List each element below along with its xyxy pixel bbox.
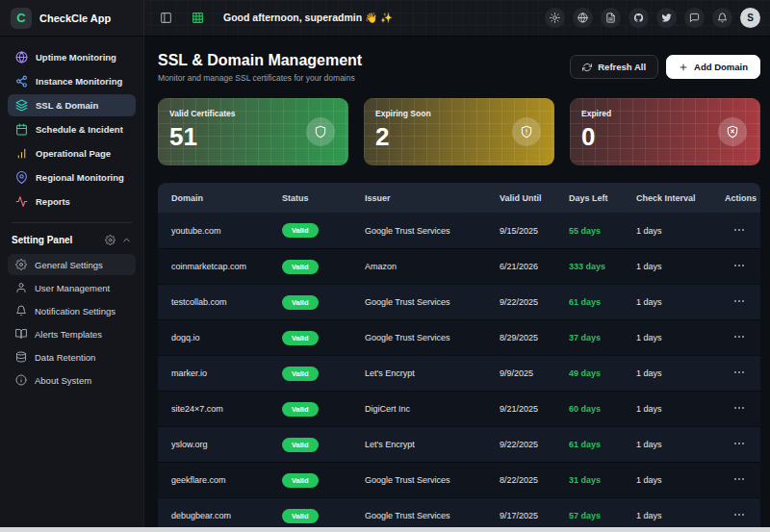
- feedback-button[interactable]: [684, 8, 705, 28]
- actions-cell: [725, 402, 760, 416]
- settings-item-label: User Management: [35, 283, 110, 293]
- message-icon: [689, 13, 700, 23]
- row-actions-button[interactable]: [733, 438, 745, 451]
- check-interval-cell: 1 days: [636, 262, 725, 271]
- check-interval-cell: 1 days: [636, 368, 725, 378]
- language-button[interactable]: [573, 8, 593, 28]
- settings-item-label: General Settings: [35, 260, 103, 270]
- dots-icon: [733, 438, 745, 449]
- stat-card-label: Valid Certificates: [169, 109, 337, 118]
- valid-until-cell: 9/15/2025: [500, 226, 569, 236]
- status-badge: Valid: [282, 367, 319, 381]
- row-actions-button[interactable]: [733, 402, 745, 416]
- valid-until-cell: 8/29/2025: [500, 333, 569, 342]
- shield-icon: [314, 125, 327, 139]
- row-actions-button[interactable]: [733, 224, 745, 238]
- sidebar-item-regional-monitoring[interactable]: Regional Monitoring: [8, 166, 136, 189]
- chevron-up-icon[interactable]: [121, 235, 132, 245]
- domain-cell: coinmarketcap.com: [171, 262, 282, 271]
- days-left-cell: 61 days: [569, 440, 636, 449]
- row-actions-button[interactable]: [733, 367, 745, 380]
- dots-icon: [733, 260, 745, 271]
- app-logo-letter: C: [16, 11, 25, 25]
- issuer-cell: Google Trust Services: [365, 475, 500, 485]
- row-actions-button[interactable]: [733, 473, 745, 487]
- sidebar-item-label: Instance Monitoring: [36, 76, 122, 87]
- bottom-edge-strip: [0, 527, 770, 532]
- issuer-cell: Google Trust Services: [365, 226, 500, 236]
- sidebar-item-schedule-incident[interactable]: Schedule & Incident: [8, 118, 136, 140]
- book-icon: [15, 328, 27, 340]
- check-interval-cell: 1 days: [636, 404, 725, 414]
- user-avatar[interactable]: S: [740, 8, 760, 28]
- github-button[interactable]: [629, 8, 649, 28]
- issuer-cell: DigiCert Inc: [365, 404, 500, 414]
- github-icon: [633, 13, 644, 23]
- days-left-cell: 333 days: [569, 262, 636, 271]
- settings-gear-icon[interactable]: [105, 235, 116, 245]
- row-actions-button[interactable]: [733, 295, 745, 309]
- table-row: yslow.orgValidLet's Encrypt9/22/202561 d…: [158, 426, 760, 462]
- refresh-icon: [582, 63, 592, 72]
- settings-item-data-retention[interactable]: Data Retention: [8, 346, 136, 367]
- sidebar-item-label: Schedule & Incident: [36, 124, 123, 135]
- chevron-up-icon: [121, 235, 132, 245]
- table-row: testcollab.comValidGoogle Trust Services…: [158, 284, 760, 319]
- refresh-all-label: Refresh All: [598, 62, 646, 72]
- days-left-cell: 37 days: [569, 333, 636, 342]
- sidebar-collapse-button[interactable]: [160, 12, 172, 24]
- valid-until-cell: 9/22/2025: [500, 297, 569, 307]
- settings-item-general-settings[interactable]: General Settings: [8, 254, 136, 275]
- domain-cell: dogq.io: [171, 333, 282, 342]
- table-row: geekflare.comValidGoogle Trust Services8…: [158, 462, 760, 497]
- settings-item-label: About System: [35, 375, 91, 386]
- sidebar-item-ssl-domain[interactable]: SSL & Domain: [8, 94, 136, 116]
- stat-card-icon-circle: [512, 117, 541, 146]
- row-actions-button[interactable]: [733, 331, 745, 344]
- settings-item-about-system[interactable]: About System: [8, 369, 136, 391]
- settings-item-notification-settings[interactable]: Notification Settings: [8, 300, 136, 321]
- stat-card-label: Expired: [581, 109, 749, 118]
- greeting-text: Good afternoon, superadmin 👋 ✨: [223, 12, 393, 24]
- status-cell: Valid: [282, 260, 365, 274]
- apps-grid-button[interactable]: [192, 12, 204, 24]
- settings-item-label: Alerts Templates: [35, 329, 102, 340]
- status-badge: Valid: [282, 295, 319, 310]
- valid-until-cell: 9/17/2025: [500, 511, 569, 520]
- status-badge: Valid: [282, 331, 319, 345]
- actions-cell: [725, 438, 760, 451]
- settings-panel-header: Setting Panel: [0, 231, 143, 252]
- sidebar-item-instance-monitoring[interactable]: Instance Monitoring: [8, 70, 136, 92]
- twitter-button[interactable]: [656, 8, 677, 28]
- row-actions-button[interactable]: [733, 260, 745, 273]
- sidebar-item-operational-page[interactable]: Operational Page: [8, 142, 136, 165]
- settings-item-user-management[interactable]: User Management: [8, 277, 136, 298]
- column-header-days-left: Days Left: [569, 193, 636, 203]
- days-left-cell: 31 days: [569, 475, 636, 485]
- settings-panel-title: Setting Panel: [12, 235, 72, 245]
- check-interval-cell: 1 days: [636, 511, 725, 520]
- actions-cell: [725, 509, 760, 522]
- add-domain-button[interactable]: Add Domain: [666, 55, 760, 79]
- stat-card-label: Expiring Soon: [375, 109, 543, 118]
- row-actions-button[interactable]: [733, 509, 745, 522]
- settings-nav: General SettingsUser ManagementNotificat…: [0, 254, 143, 391]
- sidebar-item-uptime-monitoring[interactable]: Uptime Monitoring: [8, 46, 136, 68]
- table-row: site24×7.comValidDigiCert Inc9/21/202560…: [158, 391, 760, 426]
- check-interval-cell: 1 days: [636, 226, 725, 236]
- table-row: marker.ioValidLet's Encrypt9/9/202549 da…: [158, 355, 760, 391]
- notifications-button[interactable]: [712, 8, 732, 28]
- theme-toggle-button[interactable]: [545, 8, 565, 28]
- refresh-all-button[interactable]: Refresh All: [570, 55, 658, 79]
- sidebar-item-label: Operational Page: [36, 148, 111, 159]
- settings-item-alerts-templates[interactable]: Alerts Templates: [8, 323, 136, 344]
- plus-icon: [679, 63, 688, 72]
- layers-icon: [15, 99, 28, 112]
- status-cell: Valid: [282, 223, 365, 238]
- dots-icon: [733, 509, 745, 520]
- page-header: SSL & Domain Management Monitor and mana…: [158, 52, 760, 83]
- docs-button[interactable]: [601, 8, 621, 28]
- settings-item-label: Notification Settings: [35, 306, 116, 317]
- sidebar-item-reports[interactable]: Reports: [8, 190, 136, 213]
- actions-cell: [725, 367, 760, 380]
